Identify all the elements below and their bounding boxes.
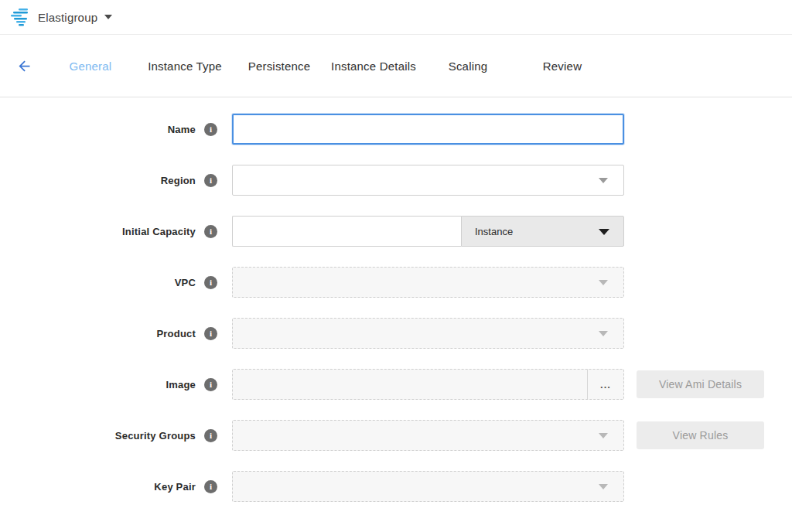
security-groups-select xyxy=(232,420,624,451)
product-label: Product xyxy=(156,328,196,339)
info-icon[interactable]: i xyxy=(204,276,217,289)
tab-general[interactable]: General xyxy=(43,60,138,73)
product-select xyxy=(232,318,624,349)
browse-image-button[interactable]: ... xyxy=(587,370,623,399)
tab-instance-details[interactable]: Instance Details xyxy=(326,60,421,73)
name-input[interactable] xyxy=(232,114,624,145)
name-label: Name xyxy=(168,124,196,135)
chevron-down-icon xyxy=(599,331,608,336)
tab-persistence[interactable]: Persistence xyxy=(232,60,326,73)
initial-capacity-input[interactable] xyxy=(232,216,461,247)
view-ami-details-button[interactable]: View Ami Details xyxy=(637,370,764,398)
security-groups-label: Security Groups xyxy=(115,430,196,442)
info-icon[interactable]: i xyxy=(204,174,217,187)
tab-review[interactable]: Review xyxy=(515,60,609,73)
region-row: Region i xyxy=(0,165,792,196)
key-pair-label: Key Pair xyxy=(154,481,196,493)
image-label: Image xyxy=(166,379,196,390)
chevron-down-icon xyxy=(599,229,609,235)
image-input: ... xyxy=(232,369,624,400)
key-pair-select xyxy=(232,471,624,502)
info-icon[interactable]: i xyxy=(204,429,217,442)
info-icon[interactable]: i xyxy=(204,378,217,391)
info-icon[interactable]: i xyxy=(204,327,217,340)
back-button[interactable] xyxy=(15,56,33,75)
vpc-label: VPC xyxy=(175,277,196,288)
initial-capacity-row: Initial Capacity i Instance xyxy=(0,216,792,247)
image-value xyxy=(233,370,587,399)
tab-instance-type[interactable]: Instance Type xyxy=(138,60,232,73)
region-label: Region xyxy=(161,175,196,186)
general-settings-form: Name i Region i Initial Capacity i Insta… xyxy=(0,97,792,502)
elastigroup-logo-icon xyxy=(11,8,31,26)
chevron-down-icon xyxy=(599,433,608,438)
chevron-down-icon xyxy=(599,178,608,183)
info-icon[interactable]: i xyxy=(204,123,217,136)
chevron-down-icon xyxy=(599,484,608,489)
capacity-unit-value: Instance xyxy=(475,226,513,237)
app-switcher-title[interactable]: Elastigroup xyxy=(38,11,97,24)
region-select[interactable] xyxy=(232,165,624,196)
wizard-tabs: General Instance Type Persistence Instan… xyxy=(43,60,609,73)
info-icon[interactable]: i xyxy=(204,225,217,238)
wizard-tab-bar: General Instance Type Persistence Instan… xyxy=(0,35,792,97)
security-groups-row: Security Groups i View Rules xyxy=(0,420,792,451)
info-icon[interactable]: i xyxy=(204,480,217,493)
chevron-down-icon[interactable] xyxy=(104,15,112,19)
vpc-row: VPC i xyxy=(0,267,792,298)
product-row: Product i xyxy=(0,318,792,349)
vpc-select xyxy=(232,267,624,298)
chevron-down-icon xyxy=(599,280,608,285)
top-bar: Elastigroup xyxy=(0,0,792,35)
initial-capacity-label: Initial Capacity xyxy=(122,226,196,237)
image-row: Image i ... View Ami Details xyxy=(0,369,792,400)
name-row: Name i xyxy=(0,114,792,145)
view-rules-button[interactable]: View Rules xyxy=(637,421,764,449)
arrow-back-icon xyxy=(16,58,32,74)
tab-scaling[interactable]: Scaling xyxy=(421,60,515,73)
capacity-unit-select[interactable]: Instance xyxy=(461,216,624,247)
key-pair-row: Key Pair i xyxy=(0,471,792,502)
